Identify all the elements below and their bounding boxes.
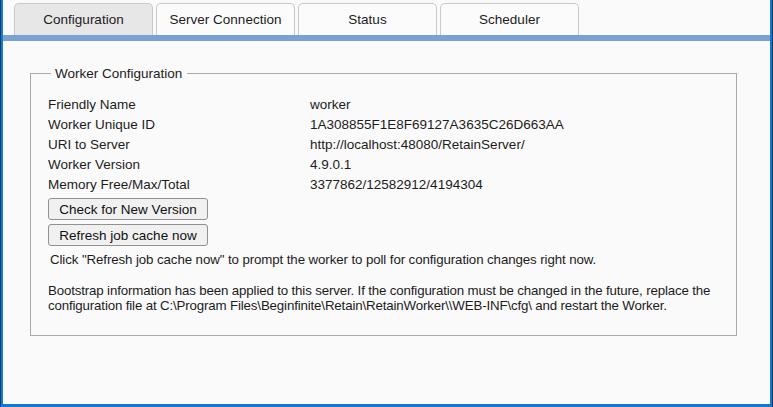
bootstrap-info-text: Bootstrap information has been applied t… xyxy=(48,283,720,313)
friendly-name-value: worker xyxy=(310,95,720,115)
refresh-job-cache-button[interactable]: Refresh job cache now xyxy=(48,224,208,246)
field-row-memory: Memory Free/Max/Total 3377862/12582912/4… xyxy=(48,175,720,195)
worker-configuration-group: Worker Configuration Friendly Name worke… xyxy=(30,66,737,336)
refresh-hint-text: Click "Refresh job cache now" to prompt … xyxy=(50,253,720,267)
tab-bar: Configuration Server Connection Status S… xyxy=(3,0,770,35)
worker-configuration-legend: Worker Configuration xyxy=(51,66,187,81)
uri-to-server-value: http://localhost:48080/RetainServer/ xyxy=(310,135,720,155)
field-row-friendly-name: Friendly Name worker xyxy=(48,95,720,115)
tab-underline-bar xyxy=(3,35,770,41)
worker-version-value: 4.9.0.1 xyxy=(310,155,720,175)
worker-config-window: Configuration Server Connection Status S… xyxy=(1,0,772,407)
tab-server-connection[interactable]: Server Connection xyxy=(156,3,295,35)
tab-configuration[interactable]: Configuration xyxy=(14,3,153,35)
worker-unique-id-value: 1A308855F1E8F69127A3635C26D663AA xyxy=(310,115,720,135)
worker-unique-id-label: Worker Unique ID xyxy=(48,115,310,135)
worker-version-label: Worker Version xyxy=(48,155,310,175)
uri-to-server-label: URI to Server xyxy=(48,135,310,155)
tab-scheduler[interactable]: Scheduler xyxy=(440,3,579,35)
field-row-worker-version: Worker Version 4.9.0.1 xyxy=(48,155,720,175)
field-row-uri-to-server: URI to Server http://localhost:48080/Ret… xyxy=(48,135,720,155)
memory-label: Memory Free/Max/Total xyxy=(48,175,310,195)
window-frame: Configuration Server Connection Status S… xyxy=(0,0,773,407)
check-for-new-version-button[interactable]: Check for New Version xyxy=(48,198,208,220)
config-field-list: Friendly Name worker Worker Unique ID 1A… xyxy=(48,95,720,195)
field-row-worker-unique-id: Worker Unique ID 1A308855F1E8F69127A3635… xyxy=(48,115,720,135)
memory-value: 3377862/12582912/4194304 xyxy=(310,175,720,195)
friendly-name-label: Friendly Name xyxy=(48,95,310,115)
tab-status[interactable]: Status xyxy=(298,3,437,35)
